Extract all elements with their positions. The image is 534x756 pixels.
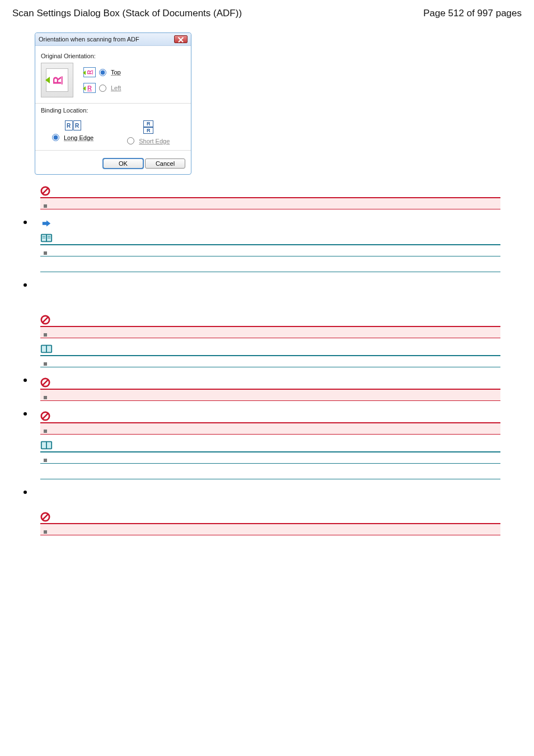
binding-long-edge-option[interactable]: RR Long Edge xyxy=(52,120,93,141)
page-topic: Scan Settings Dialog Box (Stack of Docum… xyxy=(12,8,242,19)
binding-short-edge-option[interactable]: RR Short Edge xyxy=(127,120,170,144)
orientation-top-icon: R xyxy=(83,67,96,77)
note-book-1 xyxy=(40,233,500,272)
orientation-left-label: Left xyxy=(111,85,121,91)
svg-marker-2 xyxy=(43,221,50,227)
orientation-left-radio[interactable] xyxy=(99,85,106,92)
close-icon[interactable] xyxy=(174,35,188,43)
svg-line-1 xyxy=(43,188,49,194)
svg-line-16 xyxy=(43,380,49,386)
svg-line-23 xyxy=(43,514,49,520)
orientation-left-option[interactable]: R Left xyxy=(83,83,121,93)
arrow-right-icon xyxy=(41,220,51,227)
note-book-3 xyxy=(40,440,500,479)
book-icon xyxy=(40,233,53,243)
orientation-top-label: Top xyxy=(111,69,121,76)
orientation-top-option[interactable]: R Top xyxy=(83,67,121,77)
orientation-dialog: Orientation when scanning from ADF Origi… xyxy=(35,32,191,175)
prohibit-icon xyxy=(40,411,50,421)
book-icon xyxy=(40,344,53,354)
original-orientation-label: Original Orientation: xyxy=(41,53,185,59)
note-important-3 xyxy=(40,377,500,401)
prohibit-icon xyxy=(40,377,50,388)
prohibit-icon xyxy=(40,186,50,196)
binding-location-label: Binding Location: xyxy=(41,107,185,114)
binding-short-edge-radio[interactable] xyxy=(127,137,134,144)
binding-long-edge-icon: RR xyxy=(65,120,81,130)
dialog-title: Orientation when scanning from ADF xyxy=(39,36,139,43)
note-important-2 xyxy=(40,315,500,338)
cancel-button[interactable]: Cancel xyxy=(145,158,185,169)
svg-rect-21 xyxy=(47,442,51,449)
book-icon xyxy=(40,440,53,450)
svg-rect-13 xyxy=(42,346,46,352)
binding-short-edge-icon: RR xyxy=(143,120,153,134)
note-important-5 xyxy=(40,512,500,535)
svg-rect-14 xyxy=(47,346,51,352)
binding-long-edge-radio[interactable] xyxy=(52,134,59,141)
orientation-left-icon: R xyxy=(83,83,96,93)
orientation-preview: R xyxy=(41,63,73,97)
note-book-2 xyxy=(40,344,500,367)
page-location: Page 512 of 997 pages xyxy=(423,8,522,19)
prohibit-icon xyxy=(40,512,50,522)
note-important-4 xyxy=(40,411,500,435)
note-important-1 xyxy=(40,186,500,209)
prohibit-icon xyxy=(40,315,50,325)
ok-button[interactable]: OK xyxy=(103,158,143,169)
binding-long-edge-label: Long Edge xyxy=(64,134,93,141)
orientation-top-radio[interactable] xyxy=(99,69,106,76)
binding-short-edge-label: Short Edge xyxy=(139,138,170,144)
svg-line-18 xyxy=(43,413,49,419)
svg-line-11 xyxy=(43,317,49,323)
svg-rect-20 xyxy=(42,442,46,449)
